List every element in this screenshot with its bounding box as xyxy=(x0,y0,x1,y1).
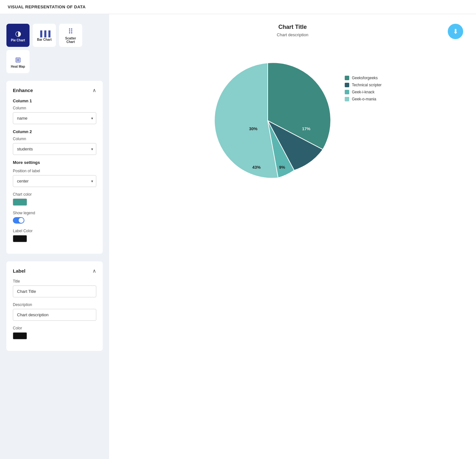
column2-select[interactable]: students count total xyxy=(13,143,96,155)
scatter-label: Scatter Chart xyxy=(61,37,80,44)
legend-item-2: Technical scripter xyxy=(345,83,382,87)
chart-type-pie[interactable]: ◑ Pie Chart xyxy=(6,24,30,47)
enhance-panel-header: Enhance ∧ xyxy=(13,87,96,93)
description-field-group: Description xyxy=(13,302,96,321)
slice3-label: 9% xyxy=(279,165,285,170)
label-color-label: Label Color xyxy=(13,229,96,233)
column1-select-wrapper: name age score ▾ xyxy=(13,112,96,124)
pie-chart-wrapper: 30% 17% 9% 43% xyxy=(203,56,332,185)
chart-color-swatch[interactable] xyxy=(13,199,27,206)
legend-color-1 xyxy=(345,76,349,80)
column2-sublabel: Column 2 xyxy=(13,129,96,134)
label-panel: Label ∧ Title Description Color xyxy=(6,261,103,351)
show-legend-toggle-wrapper xyxy=(13,217,96,224)
chart-container: 30% 17% 9% 43% Geeksforgeeks Technical s… xyxy=(122,50,463,185)
more-settings-label: More settings xyxy=(13,160,96,165)
column1-select[interactable]: name age score xyxy=(13,112,96,124)
chart-type-heatmap[interactable]: ⊞ Heat Map xyxy=(6,50,30,73)
slice4-label: 43% xyxy=(252,165,261,170)
column1-group: Column 1 Column name age score ▾ xyxy=(13,98,96,124)
position-label: Position of label xyxy=(13,169,96,173)
pie-icon: ◑ xyxy=(15,30,21,37)
description-field-label: Description xyxy=(13,302,96,307)
more-settings-section: More settings Position of label center o… xyxy=(13,160,96,242)
position-select[interactable]: center outside inside xyxy=(13,175,96,187)
column2-select-wrapper: students count total ▾ xyxy=(13,143,96,155)
label-color-swatch[interactable] xyxy=(13,235,27,242)
chart-color-group: Chart color xyxy=(13,192,96,206)
enhance-title: Enhance xyxy=(13,88,33,93)
chart-display-title: Chart Title xyxy=(122,24,463,30)
slice1-label: 30% xyxy=(249,126,257,131)
legend-label-2: Technical scripter xyxy=(352,83,382,87)
label-collapse-icon[interactable]: ∧ xyxy=(92,268,96,274)
chart-type-selector: ◑ Pie Chart ▐▐▐ Bar Chart ⠿ Scatter Char… xyxy=(6,24,103,73)
chart-type-scatter[interactable]: ⠿ Scatter Chart xyxy=(59,24,82,47)
page-header: VISUAL REPRESENTATION OF DATA xyxy=(0,0,476,14)
chart-color-label: Chart color xyxy=(13,192,96,197)
show-legend-group: Show legend xyxy=(13,211,96,224)
legend-item-4: Geek-o-mania xyxy=(345,97,382,101)
heatmap-label: Heat Map xyxy=(11,65,25,68)
label-color-group2: Color xyxy=(13,326,96,339)
column1-field-label: Column xyxy=(13,106,96,110)
legend-label-1: Geeksforgeeks xyxy=(352,76,378,80)
label-panel-color-swatch[interactable] xyxy=(13,332,27,339)
label-panel-header: Label ∧ xyxy=(13,268,96,274)
legend-item-1: Geeksforgeeks xyxy=(345,76,382,80)
legend-color-4 xyxy=(345,97,349,101)
title-field-group: Title xyxy=(13,279,96,297)
show-legend-label: Show legend xyxy=(13,211,96,215)
label-panel-color-label: Color xyxy=(13,326,96,330)
download-icon: ⬇ xyxy=(453,28,458,35)
position-select-wrapper: center outside inside ▾ xyxy=(13,175,96,187)
heatmap-icon: ⊞ xyxy=(15,56,21,64)
legend-color-3 xyxy=(345,90,349,94)
label-panel-title: Label xyxy=(13,268,25,274)
column1-sublabel: Column 1 xyxy=(13,98,96,103)
scatter-icon: ⠿ xyxy=(68,28,73,35)
bar-icon: ▐▐▐ xyxy=(38,31,50,37)
slice2-label: 17% xyxy=(302,126,310,131)
title-field-label: Title xyxy=(13,279,96,284)
chart-area: ⬇ Chart Title Chart description 30% 1 xyxy=(109,14,476,459)
column2-group: Column 2 Column students count total ▾ xyxy=(13,129,96,155)
legend-label-4: Geek-o-mania xyxy=(352,97,376,101)
bar-label: Bar Chart xyxy=(37,38,52,41)
description-input[interactable] xyxy=(13,309,96,321)
pie-chart-svg: 30% 17% 9% 43% xyxy=(203,56,332,185)
sidebar: ◑ Pie Chart ▐▐▐ Bar Chart ⠿ Scatter Char… xyxy=(0,14,109,459)
title-input[interactable] xyxy=(13,285,96,297)
legend-item-3: Geek-i-knack xyxy=(345,90,382,94)
column2-field-label: Column xyxy=(13,137,96,141)
chart-type-bar[interactable]: ▐▐▐ Bar Chart xyxy=(33,24,56,47)
show-legend-toggle[interactable] xyxy=(13,217,24,224)
pie-label: Pie Chart xyxy=(11,38,25,42)
download-button[interactable]: ⬇ xyxy=(448,24,463,39)
legend-label-3: Geek-i-knack xyxy=(352,90,375,94)
page-title: VISUAL REPRESENTATION OF DATA xyxy=(8,4,86,9)
enhance-panel: Enhance ∧ Column 1 Column name age score… xyxy=(6,81,103,254)
position-group: Position of label center outside inside … xyxy=(13,169,96,187)
enhance-collapse-icon[interactable]: ∧ xyxy=(92,87,96,93)
chart-display-description: Chart description xyxy=(122,32,463,37)
label-color-group: Label Color xyxy=(13,229,96,242)
toggle-thumb xyxy=(19,218,24,223)
chart-legend: Geeksforgeeks Technical scripter Geek-i-… xyxy=(345,56,382,101)
legend-color-2 xyxy=(345,83,349,87)
